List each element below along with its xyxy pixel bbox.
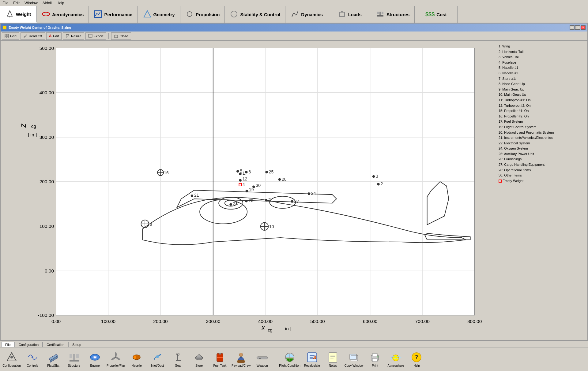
svg-point-97 [191, 195, 193, 197]
svg-rect-20 [5, 36, 6, 38]
bottom-icon-structure[interactable]: Structure [65, 351, 83, 367]
restore-button[interactable]: □ [575, 25, 580, 30]
bottom-icon-weapon[interactable]: Weapon [253, 351, 271, 367]
readoff-icon [23, 34, 28, 38]
readoff-button[interactable]: Read Off [21, 32, 45, 40]
svg-rect-168 [372, 358, 377, 362]
menu-help[interactable]: Help [57, 1, 64, 5]
bottom-tab-setup[interactable]: Setup [68, 342, 85, 347]
legend: 1: Wing 2: Horizontal Tail 3: Vertical T… [496, 41, 587, 340]
bottom-icon-notes[interactable]: Notes [324, 351, 342, 367]
svg-text:17: 17 [243, 171, 247, 176]
legend-item: 1: Wing [499, 44, 584, 49]
payload-crew-icon [235, 351, 247, 363]
bottom-icon-store[interactable]: Store [190, 351, 208, 367]
legend-item: 20: Hydraulic and Pneumatic System [499, 130, 584, 135]
legend-item: 4: Fuselage [499, 60, 584, 65]
nav-tab-propulsion[interactable]: Propulsion [180, 6, 225, 23]
bottom-icon-atmosphere[interactable]: Atmosphere [386, 351, 405, 367]
bottom-icons-container: Configuration Controls Flap/Slat [0, 347, 588, 371]
bottom-tab-configuration[interactable]: Configuration [15, 342, 43, 347]
nav-tab-dynamics[interactable]: Dynamics [285, 6, 328, 23]
atmosphere-icon [390, 351, 402, 363]
legend-item: 28: Operational Items [499, 168, 584, 173]
nav-weight-label: Weight [16, 12, 31, 17]
legend-item: 30: Other Items [499, 173, 584, 178]
svg-text:200.00: 200.00 [153, 319, 168, 324]
nav-cost-label: Cost [436, 12, 447, 17]
menu-airfoil[interactable]: Airfoil [43, 1, 52, 5]
propeller-fan-label: Propeller/Fan [107, 364, 125, 367]
bottom-icon-engine[interactable]: Engine [86, 351, 104, 367]
minimize-button[interactable]: ─ [570, 25, 575, 30]
window-title: Empty Weight Center of Gravity: Sizing [9, 26, 71, 29]
svg-rect-145 [217, 357, 223, 358]
svg-text:X: X [261, 325, 266, 332]
nav-tab-aerodynamics[interactable]: Aerodynamics [37, 6, 89, 23]
copy-window-label: Copy Window [345, 364, 364, 367]
svg-rect-164 [350, 354, 356, 360]
bottom-icon-help[interactable]: ? Help [407, 351, 426, 367]
bottom-icon-flight-condition[interactable]: Flight Condition [279, 351, 300, 367]
help-label: Help [413, 364, 420, 367]
menu-edit[interactable]: Edit [13, 1, 20, 5]
bottom-icon-propeller-fan[interactable]: Propeller/Fan [107, 351, 125, 367]
legend-item: 15: Propeller #1: On [499, 108, 584, 114]
recalculate-label: Recalculate [304, 364, 320, 367]
nav-tab-weight[interactable]: Weight [0, 6, 37, 23]
legend-item: 10: Main Gear: Up [499, 92, 584, 98]
bottom-icon-inlet-duct[interactable]: Inlet/Duct [148, 351, 167, 367]
menu-file[interactable]: File [2, 1, 8, 5]
svg-point-87 [239, 179, 241, 181]
bottom-icon-gear[interactable]: Gear [169, 351, 187, 367]
svg-text:100.00: 100.00 [40, 224, 54, 229]
grid-button[interactable]: Grid [2, 32, 19, 40]
flap-slat-label: Flap/Slat [47, 364, 59, 367]
bottom-icon-copy-window[interactable]: Copy Window [345, 351, 364, 367]
legend-item: 21: Instruments/Avionics/Electronics [499, 135, 584, 141]
bottom-icon-configuration[interactable]: Configuration [2, 351, 21, 367]
structure-icon [68, 351, 80, 363]
export-icon [88, 34, 92, 38]
bottom-icon-payload-crew[interactable]: Payload/Crew [232, 351, 251, 367]
nav-tab-performance[interactable]: Performance [89, 6, 138, 23]
resize-button[interactable]: Resize [63, 32, 84, 40]
bottom-icon-nacelle[interactable]: Nacelle [127, 351, 146, 367]
bottom-icon-recalculate[interactable]: Recalculate [303, 351, 321, 367]
bottom-icon-flap-slat[interactable]: Flap/Slat [44, 351, 62, 367]
bottom-tab-file[interactable]: File [1, 342, 15, 347]
nav-tab-geometry[interactable]: Geometry [138, 6, 180, 23]
close-window-button[interactable]: ✕ [581, 25, 586, 30]
nav-tab-loads[interactable]: Loads [328, 6, 371, 23]
nav-performance-label: Performance [104, 12, 132, 17]
svg-marker-5 [144, 11, 151, 17]
nav-tab-stability[interactable]: Stability & Control [225, 6, 285, 23]
bottom-tab-certification[interactable]: Certification [43, 342, 68, 347]
legend-item: 22: Electrical System [499, 141, 584, 146]
close-button[interactable]: Close [111, 32, 131, 40]
svg-text:19: 19 [249, 187, 254, 192]
nav-tab-cost[interactable]: $$$ Cost [415, 6, 458, 23]
bottom-icon-fuel-tank[interactable]: Fuel Tank [211, 351, 229, 367]
svg-point-130 [94, 356, 96, 358]
svg-rect-144 [219, 353, 221, 354]
bottom-icon-print[interactable]: Print [366, 351, 384, 367]
svg-point-115 [307, 192, 310, 195]
nav-tab-structures[interactable]: Structures [371, 6, 415, 23]
nacelle-label: Nacelle [131, 364, 141, 367]
edit-button[interactable]: A Edit [46, 32, 62, 40]
svg-rect-139 [176, 360, 181, 361]
export-button[interactable]: Export [85, 32, 106, 40]
bottom-icon-controls[interactable]: Controls [23, 351, 42, 367]
legend-item: 26: Furnishings [499, 157, 584, 162]
svg-rect-13 [377, 15, 383, 17]
geometry-icon [143, 10, 152, 19]
menu-window[interactable]: Window [24, 1, 38, 5]
legend-item: 7: Store #1: [499, 76, 584, 82]
engine-label: Engine [90, 364, 100, 367]
print-label: Print [372, 364, 378, 367]
svg-marker-0 [7, 11, 12, 16]
legend-item: 6: Nacelle #2 [499, 71, 584, 76]
bottom-tabs: File Configuration Certification Setup [0, 341, 588, 347]
svg-rect-18 [5, 34, 6, 36]
